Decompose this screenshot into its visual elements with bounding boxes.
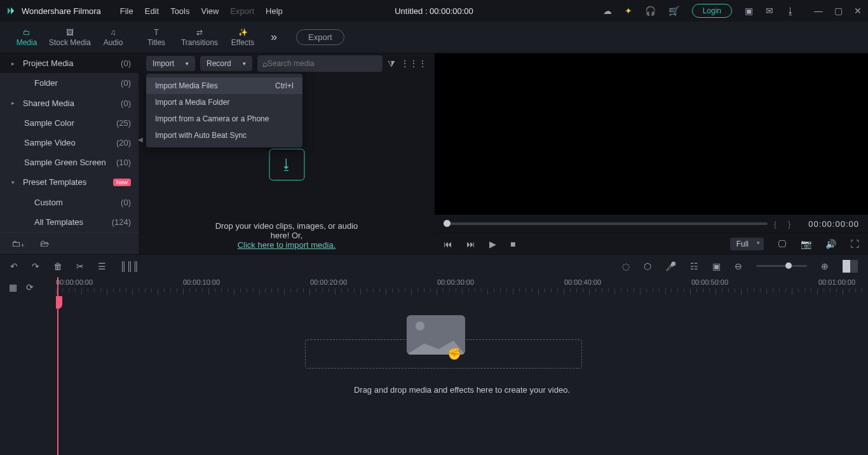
snapshot-icon[interactable]: 📷 xyxy=(801,239,811,249)
chevron-right-icon: ▸ xyxy=(11,100,19,106)
filter-icon[interactable]: ⧩ xyxy=(388,58,395,69)
timeline-tracks[interactable]: 00:00:00:00 00:00:10:00 00:00:20:00 00:0… xyxy=(56,277,868,455)
import-menu: Import Media FilesCtrl+I Import a Media … xyxy=(146,74,302,147)
audio-wave-icon[interactable]: ║║║ xyxy=(120,261,139,271)
import-dropdown[interactable]: Import▾ xyxy=(146,56,195,71)
track-manage-icon[interactable]: ▦ xyxy=(9,282,17,292)
zoom-out-icon[interactable]: ⊖ xyxy=(735,261,742,271)
crop-icon[interactable]: ▣ xyxy=(712,261,721,271)
record-dropdown[interactable]: Record▾ xyxy=(200,56,252,71)
settings-icon[interactable]: ☰ xyxy=(98,261,106,271)
preview-panel: {} 00:00:00:00 ⏮ ⏭ ▶ ■ Full 🖵 📷 🔊 ⛶ xyxy=(435,53,868,254)
cart-icon[interactable]: 🛒 xyxy=(668,6,679,16)
import-auto-beat-sync[interactable]: Import with Auto Beat Sync xyxy=(146,127,302,144)
new-badge: New xyxy=(113,179,131,186)
sidebar-item-sample-color[interactable]: Sample Color(25) xyxy=(0,113,139,133)
render-icon[interactable]: ◌ xyxy=(622,261,630,271)
maximize-icon[interactable]: ▢ xyxy=(834,6,843,16)
in-out-markers[interactable]: {} xyxy=(774,219,803,229)
display-icon[interactable]: 🖵 xyxy=(778,239,787,249)
link-icon[interactable]: ⟳ xyxy=(26,282,34,292)
tab-transitions[interactable]: ⇄Transitions xyxy=(178,28,221,47)
delete-icon[interactable]: 🗑 xyxy=(53,261,62,271)
document-title: Untitled : 00:00:00:00 xyxy=(395,6,473,16)
import-media-files[interactable]: Import Media FilesCtrl+I xyxy=(146,78,302,94)
module-tabs: 🗀Media 🖼Stock Media ♫Audio TTitles ⇄Tran… xyxy=(0,22,868,53)
export-button[interactable]: Export xyxy=(296,29,344,45)
preview-viewport[interactable] xyxy=(435,53,868,215)
tab-titles[interactable]: TTitles xyxy=(135,28,178,47)
close-icon[interactable]: ✕ xyxy=(854,6,862,16)
volume-icon[interactable]: 🔊 xyxy=(825,239,836,249)
stop-icon[interactable]: ■ xyxy=(510,239,515,249)
redo-icon[interactable]: ↷ xyxy=(32,261,39,271)
marker-icon[interactable]: ⬡ xyxy=(644,261,651,271)
menu-view[interactable]: View xyxy=(201,6,219,16)
menu-bar: File Edit Tools View Export Help xyxy=(120,6,283,16)
tab-effects[interactable]: ✨Effects xyxy=(221,28,264,47)
grid-view-icon[interactable]: ⋮⋮⋮ xyxy=(400,58,427,69)
import-icon: ⭳ xyxy=(269,149,304,180)
quality-select[interactable]: Full xyxy=(730,238,764,250)
folder-open-icon[interactable]: 🗁 xyxy=(40,238,49,248)
ruler-ticks xyxy=(56,289,868,297)
media-panel: ◀ Import▾ Record▾ ⌕ ⧩ ⋮⋮⋮ Import Media F… xyxy=(139,53,435,254)
menu-help[interactable]: Help xyxy=(266,6,283,16)
zoom-in-icon[interactable]: ⊕ xyxy=(821,261,829,271)
workspace: ▸Project Media(0) Folder(0) ▸Shared Medi… xyxy=(0,53,868,254)
minimize-icon[interactable]: — xyxy=(814,6,823,16)
search-media[interactable]: ⌕ xyxy=(257,55,383,72)
play-icon[interactable]: ▶ xyxy=(489,239,496,249)
timecode-readout: 00:00:00:00 xyxy=(808,219,859,229)
import-camera-phone[interactable]: Import from a Camera or a Phone xyxy=(146,111,302,127)
next-frame-icon[interactable]: ⏭ xyxy=(466,239,475,249)
prev-frame-icon[interactable]: ⏮ xyxy=(444,239,452,249)
sidebar-item-sample-green-screen[interactable]: Sample Green Screen(10) xyxy=(0,153,139,172)
collapse-sidebar-icon[interactable]: ◀ xyxy=(138,136,143,143)
sidebar-item-shared-media[interactable]: ▸Shared Media(0) xyxy=(0,93,139,112)
import-media-folder[interactable]: Import a Media Folder xyxy=(146,94,302,111)
scrub-handle[interactable] xyxy=(444,220,451,227)
sidebar-item-all-templates[interactable]: All Templates(124) xyxy=(0,212,139,232)
playhead[interactable] xyxy=(57,277,58,455)
mixer-icon[interactable]: ☷ xyxy=(690,261,698,271)
sidebar-item-sample-video[interactable]: Sample Video(20) xyxy=(0,133,139,153)
tab-audio[interactable]: ♫Audio xyxy=(92,28,135,47)
media-drop-zone[interactable]: ⭳ Drop your video clips, images, or audi… xyxy=(213,149,361,250)
lightbulb-icon[interactable]: ✦ xyxy=(625,6,632,16)
scrub-track[interactable] xyxy=(444,222,768,225)
zoom-handle[interactable] xyxy=(785,262,792,269)
tab-stock-media[interactable]: 🖼Stock Media xyxy=(48,28,92,47)
timeline-view-toggle[interactable] xyxy=(843,260,858,273)
import-link[interactable]: Click here to import media. xyxy=(213,240,361,250)
more-tabs-icon[interactable]: » xyxy=(271,31,277,44)
media-sidebar: ▸Project Media(0) Folder(0) ▸Shared Medi… xyxy=(0,53,139,254)
menu-edit[interactable]: Edit xyxy=(145,6,159,16)
new-folder-icon[interactable]: 🗀₊ xyxy=(11,238,25,248)
sidebar-item-preset-templates[interactable]: ▾Preset TemplatesNew xyxy=(0,172,139,192)
sidebar-item-folder[interactable]: Folder(0) xyxy=(0,73,139,93)
cloud-icon[interactable]: ☁ xyxy=(603,6,612,16)
sidebar-footer: 🗀₊ 🗁 xyxy=(0,232,139,254)
save-icon[interactable]: ▣ xyxy=(745,6,753,16)
zoom-slider[interactable] xyxy=(756,265,807,267)
download-icon[interactable]: ⭳ xyxy=(786,6,795,16)
fullscreen-icon[interactable]: ⛶ xyxy=(850,239,859,249)
timeline-ruler[interactable]: 00:00:00:00 00:00:10:00 00:00:20:00 00:0… xyxy=(56,277,868,300)
mail-icon[interactable]: ✉ xyxy=(766,6,773,16)
login-button[interactable]: Login xyxy=(692,4,732,18)
menu-file[interactable]: File xyxy=(120,6,133,16)
voiceover-icon[interactable]: 🎤 xyxy=(665,261,676,271)
sidebar-item-project-media[interactable]: ▸Project Media(0) xyxy=(0,53,139,73)
app-logo-icon xyxy=(6,6,17,16)
search-input[interactable] xyxy=(268,59,377,68)
audio-track-1[interactable]: ♪ 1 🔓 🔊 xyxy=(56,397,868,426)
tab-media[interactable]: 🗀Media xyxy=(5,28,48,47)
sidebar-item-custom[interactable]: Custom(0) xyxy=(0,192,139,212)
video-track-1[interactable]: ▣ 1 🔓 👁 ✊ xyxy=(56,339,868,369)
menu-tools[interactable]: Tools xyxy=(170,6,189,16)
undo-icon[interactable]: ↶ xyxy=(10,261,18,271)
split-icon[interactable]: ✂ xyxy=(76,261,84,271)
timeline-gutter: ▦ ⟳ xyxy=(0,277,56,455)
support-icon[interactable]: 🎧 xyxy=(645,6,656,16)
